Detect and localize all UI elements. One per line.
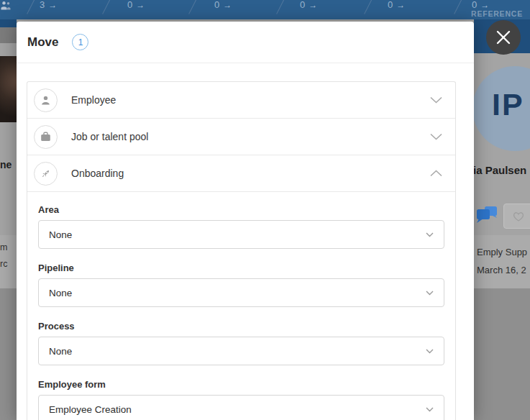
area-select[interactable]: None bbox=[38, 220, 444, 249]
stage-separator bbox=[102, 0, 111, 14]
left-name-fragment: ne bbox=[0, 159, 12, 170]
stage-arrow-icon: → bbox=[48, 0, 57, 10]
candidate-name: ia Paulsen bbox=[473, 164, 526, 176]
candidate-date: March 16, 2 bbox=[477, 265, 526, 275]
selected-value: None bbox=[49, 346, 72, 357]
chevron-down-icon bbox=[430, 96, 442, 104]
briefcase-icon bbox=[34, 125, 58, 149]
favorite-button[interactable] bbox=[503, 204, 530, 229]
accordion-row-job-or-talent-pool[interactable]: Job or talent pool bbox=[27, 119, 455, 155]
accordion-row-label: Job or talent pool bbox=[71, 131, 148, 142]
people-icon[interactable] bbox=[1, 1, 11, 10]
candidate-card-bg bbox=[474, 235, 530, 288]
selected-value: None bbox=[49, 229, 72, 240]
left-text-fragment: rc bbox=[0, 259, 7, 269]
selected-value: None bbox=[49, 288, 72, 298]
form-field-process: Process None bbox=[38, 321, 444, 365]
pipeline-topbar: 3→ 0→ 0→ 0→ 0→ 0→ bbox=[0, 0, 530, 19]
stage-separator bbox=[364, 0, 373, 14]
left-panel-bg-dark bbox=[0, 288, 17, 420]
field-label: Pipeline bbox=[38, 262, 444, 273]
candidate-source: Emply Supp bbox=[477, 247, 527, 257]
stage-count[interactable]: 0→ bbox=[214, 0, 232, 10]
stage-count[interactable]: 0→ bbox=[127, 0, 145, 10]
step-badge: 1 bbox=[72, 34, 88, 50]
move-dialog: Move 1 Employee bbox=[17, 22, 474, 420]
field-label: Area bbox=[38, 204, 444, 215]
stage-arrow-icon: → bbox=[309, 0, 317, 10]
stage-separator bbox=[276, 0, 285, 14]
stage-count[interactable]: 3→ bbox=[40, 0, 57, 10]
person-icon bbox=[34, 88, 58, 112]
stage-count[interactable]: 0→ bbox=[472, 0, 489, 10]
accordion-row-label: Employee bbox=[71, 94, 116, 106]
right-panel-bg-dark bbox=[474, 288, 530, 420]
stage-separator bbox=[188, 0, 198, 14]
left-text-fragment: m bbox=[0, 242, 7, 252]
stage-arrow-icon: → bbox=[136, 0, 145, 10]
chevron-up-icon bbox=[430, 170, 442, 177]
form-field-pipeline: Pipeline None bbox=[38, 262, 444, 307]
close-icon bbox=[496, 30, 511, 45]
chat-bubbles-icon[interactable] bbox=[476, 206, 498, 225]
stage-label: REFERENCE bbox=[471, 9, 523, 18]
pipeline-select[interactable]: None bbox=[38, 278, 444, 307]
stage-separator bbox=[27, 0, 36, 14]
chevron-down-icon bbox=[426, 349, 434, 354]
process-select[interactable]: None bbox=[38, 337, 444, 365]
selected-value: Employee Creation bbox=[49, 404, 132, 415]
form-field-area: Area None bbox=[38, 204, 444, 249]
accordion-row-employee[interactable]: Employee bbox=[27, 82, 455, 119]
stage-arrow-icon: → bbox=[223, 0, 232, 10]
onboarding-panel: Area None Pipeline None bbox=[27, 192, 455, 420]
dialog-title: Move bbox=[27, 35, 58, 50]
form-field-employee-form: Employee form Employee Creation bbox=[38, 379, 444, 420]
chevron-down-icon bbox=[426, 232, 434, 237]
left-panel-bg bbox=[0, 122, 17, 235]
rocket-icon bbox=[34, 162, 58, 186]
left-toolbar-strip bbox=[0, 27, 17, 43]
stage-arrow-icon: → bbox=[396, 0, 405, 10]
stage-arrow-icon: → bbox=[480, 0, 489, 10]
employee-form-select[interactable]: Employee Creation bbox=[38, 395, 444, 420]
stage-separator bbox=[454, 0, 463, 14]
field-label: Process bbox=[38, 321, 444, 332]
field-label: Employee form bbox=[38, 379, 444, 390]
left-toolbar-strip bbox=[0, 43, 17, 56]
stage-count[interactable]: 0→ bbox=[388, 0, 405, 10]
close-button[interactable] bbox=[486, 20, 521, 55]
chevron-down-icon bbox=[426, 291, 434, 296]
accordion-row-onboarding[interactable]: Onboarding bbox=[27, 155, 455, 192]
accordion-row-label: Onboarding bbox=[71, 168, 124, 179]
chevron-down-icon bbox=[426, 407, 434, 412]
heart-icon bbox=[513, 211, 524, 222]
pipeline-topbar-dimmed bbox=[0, 19, 17, 27]
chevron-down-icon bbox=[430, 133, 442, 140]
destination-accordion: Employee Job or talent pool bbox=[27, 81, 456, 420]
stage-count[interactable]: 0→ bbox=[300, 0, 317, 10]
candidate-photo bbox=[0, 56, 17, 122]
avatar-initials: IP bbox=[492, 87, 524, 122]
dialog-header: Move 1 bbox=[17, 22, 474, 63]
screen: 3→ 0→ 0→ 0→ 0→ 0→ REFERENCE ne m rc IP i… bbox=[0, 0, 530, 420]
